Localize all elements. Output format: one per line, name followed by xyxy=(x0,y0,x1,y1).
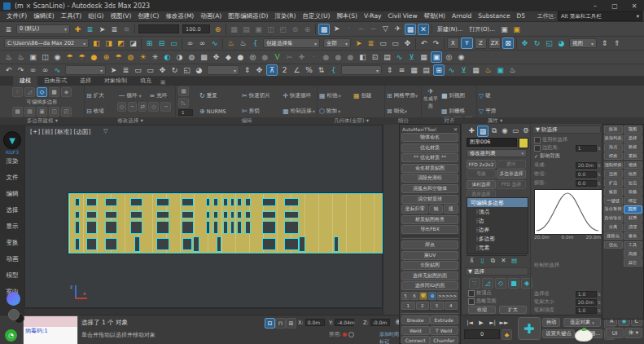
adaptive-degradation[interactable]: 禁用: xyxy=(329,331,354,338)
z-coordinate[interactable]: Z:-0.0m xyxy=(363,319,390,326)
use-soft-selection-checkbox[interactable]: 使用软选择 xyxy=(534,136,601,143)
facade-window[interactable] xyxy=(284,221,299,234)
sidebar-item-动画[interactable]: 动画 xyxy=(0,255,24,263)
grid-helper-icon[interactable]: ▩ xyxy=(199,51,209,62)
curve-editor-icon[interactable]: ∿ xyxy=(394,51,405,62)
menu-item-视图(V)[interactable]: 视图(V) xyxy=(107,12,134,20)
pin-stack-icon[interactable]: ⊼ xyxy=(467,257,476,265)
facade-window[interactable] xyxy=(156,221,169,234)
plugin-button-园形[interactable]: 园形 xyxy=(624,205,642,214)
plugin-button-添加列表[interactable]: 添加列表 xyxy=(604,135,623,143)
viewport-filter-icon[interactable]: ▽ xyxy=(103,128,107,135)
snap-toggle-icon[interactable]: ⊼ xyxy=(266,64,278,76)
ribbon-config-icon[interactable]: ▣ xyxy=(159,78,167,86)
script-button-展UV[interactable]: 展UV xyxy=(401,251,458,260)
ribbon-toggle-icon[interactable]: ⊞ xyxy=(433,64,445,76)
hard-button[interactable]: ▽硬 xyxy=(479,91,491,100)
plugin-button-规格化[interactable]: 规格化 xyxy=(604,232,623,240)
facade-window[interactable] xyxy=(193,236,199,252)
nurms-button[interactable]: ⊕NURMS xyxy=(199,107,226,116)
script-button-Chamfer[interactable]: Chamfer xyxy=(430,336,458,344)
teapot1-icon[interactable]: ♨ xyxy=(3,51,14,62)
plugin-button-焊接[interactable]: 焊接 xyxy=(604,152,623,161)
fire-effect-icon[interactable]: ◆ xyxy=(223,51,234,62)
plugin-button-桥接[interactable]: 桥接 xyxy=(624,143,642,152)
script-button-优化材质[interactable]: 优化材质 xyxy=(401,143,458,152)
facade-window[interactable] xyxy=(299,236,305,252)
axis-constraint-z[interactable]: Z xyxy=(475,37,487,49)
matte-icon[interactable]: ◍ xyxy=(186,51,197,62)
falloff-row[interactable]: 衰减:20.0m⇅ xyxy=(534,161,601,169)
facade-window[interactable] xyxy=(206,221,210,234)
selection-lock-toggle[interactable]: ⊓ xyxy=(275,318,286,329)
swiftloop-button[interactable]: ✛快速循环 xyxy=(283,91,311,100)
facade-window[interactable] xyxy=(334,236,339,252)
create-button[interactable]: ▦创建 xyxy=(353,91,372,100)
grow-selection-button[interactable]: 扩大 xyxy=(499,306,527,314)
facade-window[interactable] xyxy=(130,198,142,206)
facade-window[interactable] xyxy=(105,211,117,218)
facade-window[interactable] xyxy=(134,236,140,252)
sidebar-item-显示[interactable]: 显示 xyxy=(0,223,24,231)
facade-window[interactable] xyxy=(245,198,251,206)
facade-window[interactable] xyxy=(182,198,194,206)
add-selection-to-layer-icon[interactable]: ≣ xyxy=(85,24,95,34)
curve-editor2-icon[interactable]: ∿ xyxy=(446,64,457,75)
sphere2-icon[interactable]: ◎ xyxy=(248,51,258,62)
auto-key-button[interactable]: 自动 xyxy=(542,318,560,327)
facade-window[interactable] xyxy=(86,221,97,234)
plugin-button-扩边[interactable]: 扩边 xyxy=(604,179,623,187)
plugin-button-分离[interactable]: 分离 xyxy=(604,223,623,232)
axis-constraint-y[interactable]: Y xyxy=(461,37,473,49)
rotate-icon[interactable]: ↻ xyxy=(532,38,542,49)
make-planar-button[interactable]: 生成平面 xyxy=(422,95,440,110)
value-field[interactable]: 100.0 xyxy=(182,24,210,33)
zero-coords-button[interactable]: 坐标归零 xyxy=(401,205,428,214)
modify-selection-caption[interactable]: 修改选择 ▾ xyxy=(85,117,176,125)
ribbon-tab-填充[interactable]: 填充 xyxy=(134,76,158,86)
vray-icon[interactable]: V xyxy=(272,51,283,62)
measure-icon[interactable]: ⊟ xyxy=(156,38,167,49)
plugin-button-连接[interactable]: 连接 xyxy=(604,170,623,178)
plugin-button-工具[interactable]: 工具 xyxy=(624,241,642,249)
reference-coordsys-icon[interactable]: ◕ xyxy=(556,38,567,49)
facade-window[interactable] xyxy=(156,198,169,206)
move-icon[interactable]: ✥ xyxy=(519,38,530,49)
save-file-icon[interactable]: ▣ xyxy=(499,24,510,34)
quickslice-button[interactable]: ✂快速切片 xyxy=(242,91,270,100)
xy-plane-lock-icon[interactable]: ⊠ xyxy=(502,37,514,49)
sphere-env-icon[interactable]: ● xyxy=(235,51,246,62)
selection-filter-dropdown[interactable]: 全部▾ xyxy=(323,38,351,48)
maximize-button[interactable]: ▢ xyxy=(605,0,624,11)
smooth-button[interactable]: ▽平滑 xyxy=(479,107,496,116)
named-selection-dropdown[interactable]: ▾ xyxy=(65,65,106,75)
pivot-center-icon[interactable]: ⇕ xyxy=(599,38,610,49)
plugin-button-其它[interactable]: 其它 xyxy=(624,258,642,267)
gear-icon[interactable]: ⊛ xyxy=(212,24,223,34)
container5-icon[interactable]: ◰ xyxy=(278,24,288,34)
percent-snap-icon[interactable]: % xyxy=(304,64,314,75)
view-coordsys-dropdown[interactable]: 视图▾ xyxy=(569,38,597,48)
render-setup-icon[interactable]: ♨ xyxy=(483,64,493,75)
facade-window[interactable] xyxy=(130,221,142,234)
attach-button[interactable]: ⬡附加▾ xyxy=(319,107,340,116)
plugin-button-等分算按[interactable]: 等分算按 xyxy=(604,205,623,214)
select-by-name2-icon[interactable]: ≣ xyxy=(366,38,376,49)
menu-item-D5[interactable]: D5 xyxy=(514,12,529,20)
dope-sheet2-icon[interactable]: ⊻ xyxy=(458,64,469,75)
facade-window[interactable] xyxy=(230,221,234,234)
chip-5[interactable]: 5 xyxy=(401,292,410,300)
menu-item-工具(T)[interactable]: 工具(T) xyxy=(58,12,85,20)
redo-icon[interactable]: ↷ xyxy=(431,38,441,49)
select-by-name3-icon[interactable]: ≣ xyxy=(120,65,131,76)
facade-window[interactable] xyxy=(86,211,97,218)
ignore-backfacing-checkbox[interactable]: 忽略背面 xyxy=(468,298,497,305)
menu-item-帮助(H)[interactable]: 帮助(H) xyxy=(421,12,449,20)
dot2-icon[interactable]: · xyxy=(344,24,354,34)
ribbon-tab-建模[interactable]: 建模 xyxy=(13,76,37,86)
plugin-button-修改[interactable]: 修改 xyxy=(624,232,642,240)
paint-select-icon[interactable]: ▦ xyxy=(405,24,416,35)
container1-icon[interactable]: ▦ xyxy=(229,24,239,34)
scissors-icon[interactable]: ✂ xyxy=(284,51,295,62)
plugin-button-清理[interactable]: 清理 xyxy=(624,223,642,232)
